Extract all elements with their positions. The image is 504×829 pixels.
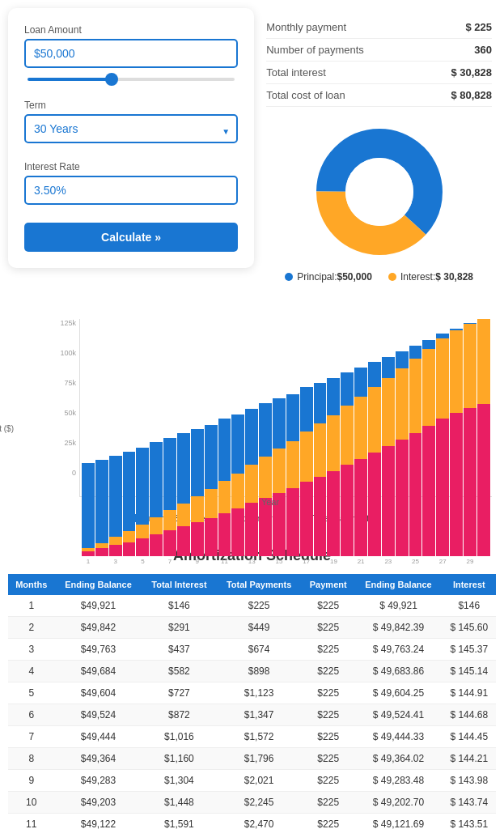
bar-balance-segment <box>82 463 95 548</box>
total-cost-value: $ 80,828 <box>451 89 492 101</box>
bar-group <box>273 398 286 556</box>
x-label <box>396 558 409 565</box>
bar-group <box>300 387 313 556</box>
bar-interest-segment <box>218 481 231 513</box>
principal-legend-dot <box>285 273 293 281</box>
bar-payments-segment <box>205 518 218 556</box>
bar-interest-segment <box>109 537 122 545</box>
calculate-button[interactable]: Calculate » <box>24 223 238 252</box>
svg-point-2 <box>345 158 413 226</box>
table-cell: $49,364 <box>54 748 142 770</box>
table-row: 2$49,842$291$449$225$ 49,842.39$ 145.60 <box>8 617 496 639</box>
bar-balance-segment <box>422 340 435 349</box>
loan-amount-label: Loan Amount <box>24 24 238 36</box>
bar-payments-segment <box>477 404 490 556</box>
table-cell: 8 <box>8 748 54 770</box>
bar-interest-segment <box>396 368 409 440</box>
table-cell: $1,591 <box>142 814 217 830</box>
bar-payments-segment <box>409 433 422 556</box>
bar-interest-segment <box>300 432 313 482</box>
bar-balance-segment <box>409 346 422 359</box>
table-cell: $49,524 <box>54 704 142 726</box>
bar-payments-segment <box>191 522 204 556</box>
bar-interest-segment <box>450 330 463 413</box>
bar-group <box>245 409 258 556</box>
table-cell: 1 <box>8 595 54 617</box>
bar-payments-segment <box>314 477 327 556</box>
table-cell: 9 <box>8 770 54 792</box>
table-cell: $1,016 <box>142 726 217 748</box>
bar-balance-segment <box>205 425 218 489</box>
col-interest: Interest <box>443 574 496 595</box>
bar-interest-segment <box>327 415 340 471</box>
bar-interest-segment <box>136 525 149 538</box>
bar-group <box>109 456 122 556</box>
table-cell: $674 <box>216 639 302 661</box>
col-total-interest: Total Interest <box>142 574 217 595</box>
bar-interest-segment <box>341 406 354 465</box>
table-cell: $49,763 <box>54 639 142 661</box>
bar-payments-segment <box>300 482 313 556</box>
table-cell: $ 145.14 <box>443 661 496 682</box>
table-cell: $1,448 <box>142 792 217 814</box>
y-axis-title: Amount ($) <box>0 424 14 433</box>
bar-group <box>422 340 435 556</box>
bar-chart-section: Amount ($) 125k 100k 75k 50k 25k 0 <box>8 307 496 531</box>
bar-balance-segment <box>382 357 395 378</box>
total-interest-label: Total interest <box>266 66 326 79</box>
table-cell: $225 <box>302 770 354 792</box>
interest-rate-input[interactable] <box>24 176 238 205</box>
term-select[interactable]: 10 Years 15 Years 20 Years 25 Years 30 Y… <box>24 114 238 143</box>
bar-balance-segment <box>231 414 244 474</box>
table-cell: $449 <box>216 617 302 639</box>
total-cost-row: Total cost of loan $ 80,828 <box>266 84 492 107</box>
table-cell: 11 <box>8 814 54 830</box>
table-cell: $898 <box>216 661 302 682</box>
bar-group <box>150 442 163 556</box>
table-row: 10$49,203$1,448$2,245$225$ 49,202.70$ 14… <box>8 792 496 814</box>
bar-interest-segment <box>286 441 299 488</box>
table-cell: 5 <box>8 682 54 704</box>
bar-balance-segment <box>286 394 299 441</box>
table-cell: $49,444 <box>54 726 142 748</box>
x-label <box>314 558 327 565</box>
bar-interest-segment <box>368 387 381 453</box>
bar-payments-segment <box>95 548 108 556</box>
x-label <box>123 558 136 565</box>
bar-payments-segment <box>245 503 258 556</box>
x-label <box>95 558 108 565</box>
x-label: 23 <box>382 558 395 565</box>
bar-balance-segment <box>368 362 381 387</box>
bar-interest-segment <box>231 474 244 508</box>
table-cell: $ 49,283.48 <box>354 770 442 792</box>
x-label: 19 <box>327 558 340 565</box>
monthly-payment-value: $ 225 <box>465 21 492 33</box>
loan-amount-group: Loan Amount <box>24 24 238 90</box>
table-row: 4$49,684$582$898$225$ 49,683.86$ 145.14 <box>8 661 496 682</box>
table-cell: $437 <box>142 639 217 661</box>
table-cell: $2,245 <box>216 792 302 814</box>
col-months: Months <box>8 574 54 595</box>
bar-payments-segment <box>82 551 95 556</box>
loan-amount-input[interactable] <box>24 39 238 68</box>
bar-balance-segment <box>341 372 354 406</box>
x-label <box>177 558 190 565</box>
amortization-section: Amortization Schedule Months Ending Bala… <box>8 547 496 829</box>
table-cell: $1,304 <box>142 770 217 792</box>
table-cell: $225 <box>302 639 354 661</box>
slider-wrapper <box>24 71 238 90</box>
table-cell: $ 49,842.39 <box>354 617 442 639</box>
table-cell: 7 <box>8 726 54 748</box>
loan-amount-slider[interactable] <box>28 78 235 81</box>
table-cell: $146 <box>142 595 217 617</box>
table-cell: $1,160 <box>142 748 217 770</box>
x-label <box>259 558 272 565</box>
bar-group <box>231 414 244 556</box>
table-cell: $ 144.91 <box>443 682 496 704</box>
page-container: Loan Amount Term 10 Years 15 Years 20 Ye… <box>0 0 504 829</box>
interest-legend-item: Interest:$ 30,828 <box>388 271 473 283</box>
bar-group <box>123 452 136 556</box>
bar-interest-segment <box>123 531 136 542</box>
bar-payments-segment <box>163 530 176 556</box>
table-cell: $225 <box>302 661 354 682</box>
